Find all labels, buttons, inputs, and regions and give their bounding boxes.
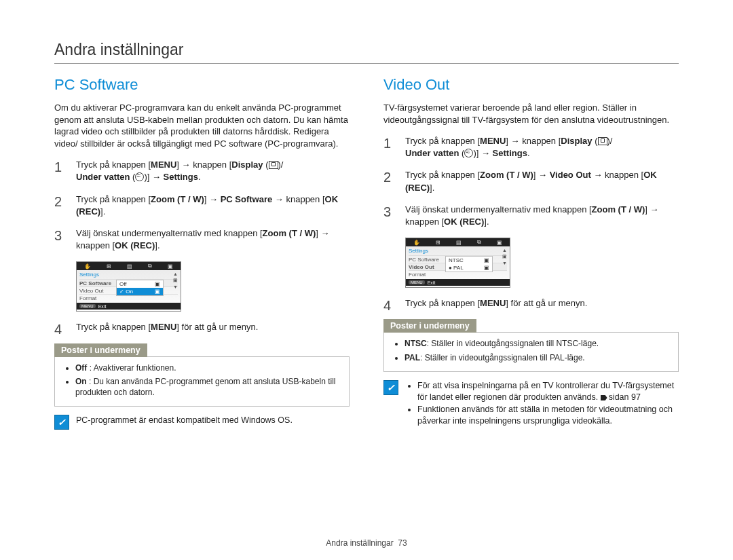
step-2: Tryck på knappen [Zoom (T / W)] → Video … — [383, 169, 679, 193]
footer-label: Andra inställningar — [326, 538, 393, 548]
note-block: ✓ För att visa inspelningarna på en TV k… — [383, 380, 679, 428]
ui-bottombar: MENUExit — [77, 303, 181, 310]
submenu-item-pal: PAL: Ställer in videoutgångssignalen til… — [405, 352, 670, 363]
submenu-box: Off : Avaktiverar funktionen. On : Du ka… — [54, 356, 350, 407]
ui-screenshot-video-out: ✋⊞▤⧉▣ Settings PC Software Video Out For… — [405, 238, 510, 288]
ui-popup-on: ✓ On▣ — [117, 288, 163, 295]
step-2: Tryck på knappen [Zoom (T / W)] → PC Sof… — [54, 193, 350, 218]
underwater-icon — [464, 149, 473, 157]
submenu-header: Poster i undermeny — [54, 343, 147, 357]
submenu-header: Poster i undermeny — [383, 319, 476, 333]
submenu-item-ntsc: NTSC: Ställer in videoutgångssignalen ti… — [405, 338, 670, 349]
ui-bottombar: MENUExit — [406, 279, 510, 286]
step-1: Tryck på knappen [MENU] → knappen [Displ… — [54, 159, 350, 183]
page-title: Andra inställningar — [54, 41, 679, 59]
ui-popup-ntsc: NTSC▣ — [446, 257, 492, 264]
submenu-item-off: Off : Avaktiverar funktionen. — [75, 362, 341, 373]
page-ref-icon — [601, 395, 607, 400]
intro-pc-software: Om du aktiverar PC-programvara kan du en… — [54, 102, 350, 149]
title-divider — [54, 63, 679, 64]
underwater-icon — [135, 172, 144, 181]
ui-settings-label: Settings — [77, 270, 181, 279]
step-3: Välj önskat undermenyalternativ med knap… — [54, 227, 350, 252]
note-line-1: För att visa inspelningarna på en TV kon… — [417, 380, 679, 404]
submenu-box: NTSC: Ställer in videoutgångssignalen ti… — [383, 332, 679, 371]
page-footer: Andra inställningar 73 — [0, 538, 733, 548]
ui-side-icons: ▲▣▼ — [502, 248, 507, 265]
ui-topbar: ✋⊞▤⧉▣ — [406, 238, 510, 246]
display-icon — [269, 161, 278, 169]
ui-popup: Off▣ ✓ On▣ — [116, 280, 164, 296]
submenu-item-on: On : Du kan använda PC-programmet genom … — [75, 376, 341, 398]
page-number: 73 — [398, 538, 407, 548]
note-icon: ✓ — [54, 415, 69, 430]
heading-pc-software: PC Software — [54, 76, 350, 94]
ui-side-icons: ▲▣▼ — [173, 272, 178, 289]
ui-topbar: ✋⊞▤⧉▣ — [77, 262, 181, 270]
note-block: ✓ PC-programmet är endast kompatibelt me… — [54, 415, 350, 430]
note-line-2: Funktionen används för att ställa in met… — [417, 404, 679, 428]
step-3: Välj önskat undermenyalternativ med knap… — [383, 204, 679, 228]
step-4: Tryck på knappen [MENU] för att gå ur me… — [383, 297, 679, 310]
intro-video-out: TV-färgsystemet varierar beroende på lan… — [383, 102, 679, 126]
ui-popup-pal: ● PAL▣ — [446, 264, 492, 272]
ui-popup: NTSC▣ ● PAL▣ — [445, 256, 493, 272]
ui-screenshot-pc-software: ✋⊞▤⧉▣ Settings PC Software Video Out For… — [76, 261, 181, 312]
display-icon — [598, 137, 607, 145]
ui-settings-label: Settings — [406, 246, 510, 255]
column-pc-software: PC Software Om du aktiverar PC-programva… — [54, 76, 350, 430]
ui-popup-off: Off▣ — [117, 280, 163, 288]
step-4: Tryck på knappen [MENU] för att gå ur me… — [54, 321, 350, 333]
column-video-out: Video Out TV-färgsystemet varierar beroe… — [383, 76, 679, 430]
note-icon: ✓ — [383, 380, 398, 395]
step-1: Tryck på knappen [MENU] → knappen [Displ… — [383, 135, 679, 160]
heading-video-out: Video Out — [383, 76, 679, 94]
note-text: PC-programmet är endast kompatibelt med … — [76, 415, 293, 427]
